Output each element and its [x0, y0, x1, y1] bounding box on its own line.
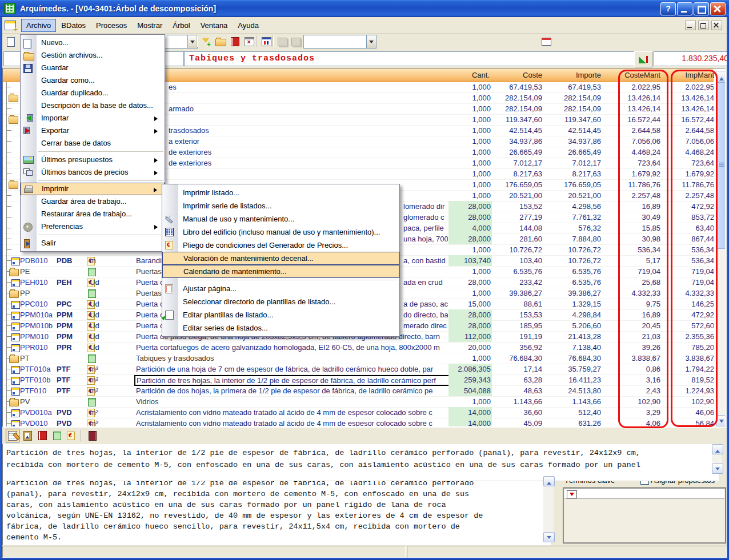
column-header-importe[interactable]: Importe	[544, 71, 601, 79]
print-menu-item-manual-de-uso-y-mantenimiento[interactable]: Manual de uso y mantenimiento...	[162, 212, 399, 225]
file-menu-item-imprimir[interactable]: Imprimir	[21, 183, 165, 195]
chart-table-icon	[262, 37, 271, 46]
column-header-costemant[interactable]: CosteMant	[603, 71, 660, 79]
file-menu-item-importar[interactable]: Importar	[21, 112, 165, 124]
file-menu-item-exportar[interactable]: Exportar	[21, 124, 165, 137]
column-header-coste[interactable]: Coste	[493, 71, 542, 79]
table-row[interactable]: PTF010aPTFm²Partición de una hoja de 7 c…	[3, 364, 714, 375]
toolbar-button-paste-disabled[interactable]	[289, 35, 303, 49]
mdi-restore-button[interactable]	[698, 21, 709, 30]
table-scrollbar[interactable]	[716, 71, 726, 426]
combo-dropdown-icon[interactable]	[366, 35, 376, 48]
toolbar-button-calendar-x[interactable]	[242, 35, 256, 49]
toolbar-button-chart-table[interactable]	[259, 35, 273, 49]
newdoc-icon	[23, 39, 31, 49]
table-row[interactable]: PVD010aPVDm²Acristalamiento con vidrio m…	[3, 407, 714, 418]
table-row[interactable]: PVD010PVDm²Acristalamiento con vidrio ma…	[3, 418, 714, 426]
print-menu-item-ajustar-p-gina[interactable]: Ajustar página...	[162, 282, 399, 295]
file-menu-item-restaurar-rea-de-trabajo[interactable]: Restaurar área de trabajo...	[21, 208, 165, 220]
keyword-dropdown-button[interactable]	[567, 490, 577, 498]
table-row[interactable]: PPR010PPRUdPuerta cortafuegos de acero g…	[3, 342, 714, 353]
unit-label: m²	[90, 364, 98, 374]
table-row[interactable]: PVVidrios1,0001.143,661.143,66102,90102,…	[3, 396, 714, 408]
combo-dropdown-icon[interactable]	[187, 35, 197, 48]
print-menu-item-valoraci-n-de-mantenimiento-decenal[interactable]: Valoración de mantenimiento decenal...	[162, 252, 399, 265]
file-menu-item-salir[interactable]: Salir	[21, 237, 165, 249]
cell-importe: 1.143,66	[544, 396, 601, 407]
file-menu-item-cerrar-base-de-datos[interactable]: Cerrar base de datos	[21, 137, 165, 150]
menubar-item-bdatos[interactable]: BDatos	[56, 19, 91, 32]
file-menu-item-gesti-n-archivos[interactable]: Gestión archivos...	[21, 49, 165, 62]
menubar-item-procesos[interactable]: Procesos	[91, 19, 132, 32]
file-menu-item-preferencias[interactable]: Preferencias	[21, 220, 165, 233]
toolbar-button-window-red[interactable]	[539, 35, 553, 49]
gear-icon	[23, 223, 33, 232]
table-row[interactable]: PTF010PTFm²Partición de dos hojas, la pr…	[3, 385, 714, 397]
mdi-close-button[interactable]	[711, 21, 722, 30]
concept-text-field[interactable]: Tabiques y trasdosados	[184, 51, 636, 66]
detail-button-maroon-book[interactable]	[86, 429, 99, 442]
detail-button-edit-note[interactable]	[6, 429, 19, 442]
menubar-item-mostrar[interactable]: Mostrar	[132, 19, 167, 32]
print-menu-item-pliego-de-condiciones-del-generador-de-precios[interactable]: Pliego de condiciones del Generador de P…	[162, 239, 399, 252]
scroll-up-icon[interactable]	[712, 444, 723, 454]
menubar-item-ayuda[interactable]: Ayuda	[233, 19, 264, 32]
file-menu-item-ltimos-bancos-de-precios[interactable]: Últimos bancos de precios	[21, 166, 165, 179]
detail-button-red-book[interactable]	[35, 429, 49, 442]
scrollbar-thumb[interactable]	[716, 82, 726, 249]
file-menu-item-guardar-rea-de-trabajo[interactable]: Guardar área de trabajo...	[21, 195, 165, 208]
print-menu-item-imprimir-listado[interactable]: Imprimir listado...	[162, 186, 399, 199]
column-header-impmant[interactable]: ImpMant	[663, 71, 714, 79]
print-menu-item-editar-plantillas-de-listado[interactable]: Editar plantillas de listado...	[162, 308, 399, 321]
new-document-button[interactable]	[4, 35, 18, 49]
measurement-button[interactable]	[634, 51, 652, 67]
detail-button-green-scroll[interactable]	[50, 429, 64, 442]
summary-pane[interactable]: Partición de tres hojas, la interior de …	[2, 444, 719, 481]
file-menu-item-guardar-como[interactable]: Guardar como...	[21, 74, 165, 87]
toolbar-button-copy-disabled[interactable]	[275, 35, 289, 49]
print-menu-item-libro-del-edificio-incluso-manual-de-uso-y-mantenimiento[interactable]: Libro del edificio (incluso manual de us…	[162, 225, 399, 239]
file-menu-item-ltimos-presupuestos[interactable]: Últimos presupuestos	[21, 154, 165, 166]
scroll-down-icon[interactable]	[712, 464, 723, 474]
table-row-selected[interactable]: PTF010bPTFm²Partición de tres hojas, la …	[3, 374, 714, 386]
minimize-button[interactable]	[677, 2, 692, 15]
print-menu-item-calendario-de-mantenimiento[interactable]: Calendario de mantenimiento...	[162, 265, 399, 278]
maximize-button[interactable]	[694, 2, 709, 15]
detail-button-euro-scroll[interactable]	[64, 429, 78, 442]
tree-line	[6, 179, 7, 190]
print-menu-item-seleccionar-directorio-de-plantillas-de-listado[interactable]: Seleccionar directorio de plantillas de …	[162, 295, 399, 308]
toolbar-button-red-book[interactable]	[228, 35, 242, 49]
print-menu-item-imprimir-serie-de-listados[interactable]: Imprimir serie de listados...	[162, 199, 399, 212]
print-menu-item-editar-series-de-listados[interactable]: Editar series de listados...	[162, 321, 399, 335]
scroll-down-icon[interactable]	[543, 532, 555, 542]
menubar-item-ventana[interactable]: Ventana	[195, 19, 233, 32]
keywords-input-row[interactable]	[564, 489, 724, 499]
column-header-cant[interactable]: Cant.	[448, 71, 490, 79]
scroll-up-icon[interactable]	[716, 71, 726, 82]
file-menu-item-descripci-n-de-la-base-de-datos[interactable]: Descripción de la base de datos...	[21, 99, 165, 112]
cell-importe: 20.521,00	[544, 190, 601, 201]
scroll-down-icon[interactable]	[716, 415, 726, 426]
close-button[interactable]	[710, 2, 726, 15]
file-menu-item-nuevo[interactable]: Nuevo...	[21, 37, 165, 49]
scroll-up-icon[interactable]	[543, 476, 555, 486]
description-pane[interactable]: Partición de tres hojas, la interior de …	[2, 476, 551, 547]
toolbar-button-funnel-add[interactable]	[199, 35, 213, 49]
keywords-listbox[interactable]	[563, 488, 726, 543]
menubar-item-archivo[interactable]: Archivo	[21, 19, 56, 32]
item-description-fragment: lomerado dir	[403, 201, 448, 212]
file-menu-item-guardar[interactable]: Guardar	[21, 62, 165, 74]
toolbar-button-open-folder[interactable]	[214, 35, 227, 49]
help-button[interactable]: ?	[660, 2, 676, 15]
filter-combo[interactable]	[303, 35, 376, 49]
cell-importe: 35.759,27	[544, 364, 601, 374]
cell-costemant: 9,75	[603, 299, 660, 309]
table-row[interactable]: PTTabiques y trasdosados1,00076.684,3076…	[3, 353, 714, 364]
mdi-minimize-button[interactable]	[685, 21, 696, 30]
detail-button-clipboard-up[interactable]	[21, 429, 34, 442]
file-menu-item-guardar-duplicado[interactable]: Guardar duplicado...	[21, 87, 165, 99]
menubar-item-árbol[interactable]: Árbol	[167, 19, 195, 32]
summary-scrollbar[interactable]	[712, 444, 722, 474]
toolbar-separator	[273, 35, 273, 47]
description-scrollbar[interactable]	[543, 476, 554, 542]
